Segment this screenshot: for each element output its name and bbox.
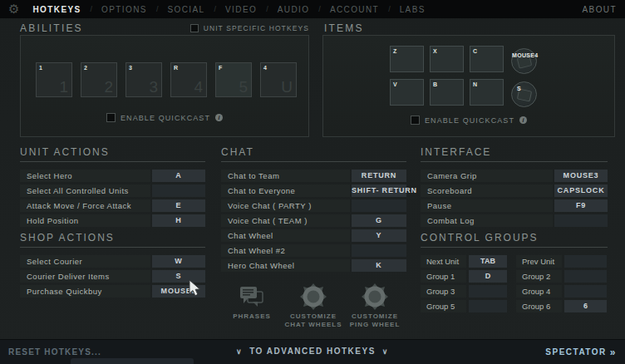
- hotkey-row: Chat Wheel #2: [221, 244, 406, 257]
- keybind-button[interactable]: RETURN: [352, 170, 406, 182]
- keybind-button[interactable]: W: [152, 255, 205, 268]
- item-hotkey: X: [433, 48, 437, 54]
- to-advanced-hotkeys-button[interactable]: ∨ TO ADVANCED HOTKEYS ∨: [236, 347, 389, 356]
- keybind-button[interactable]: [554, 214, 608, 227]
- ability-slot-5[interactable]: F 5: [215, 62, 252, 97]
- unit-specific-hotkeys-label: UNIT SPECIFIC HOTKEYS: [204, 24, 309, 32]
- speech-bubbles-icon: [238, 281, 266, 312]
- item-slot-5[interactable]: B: [430, 79, 464, 106]
- customize-ping-wheel-button[interactable]: CUSTOMIZE PING WHEEL: [344, 281, 406, 329]
- keybind-button[interactable]: CAPSLOCK: [554, 184, 608, 197]
- items-quickcast-option[interactable]: ENABLE QUICKCAST i: [411, 116, 527, 125]
- tp-scroll-slot[interactable]: MOUSE4: [511, 48, 537, 74]
- action-label: Chat Wheel: [221, 229, 350, 242]
- ability-slot-1[interactable]: 1 1: [36, 62, 72, 97]
- keybind-button[interactable]: [469, 300, 507, 312]
- keybind-button[interactable]: [352, 244, 406, 257]
- ability-slot-number: 4: [194, 78, 203, 96]
- action-label: Pause: [421, 199, 553, 212]
- keybind-button[interactable]: SHIFT- RETURN: [352, 184, 406, 197]
- action-label: Hold Position: [20, 214, 150, 227]
- tab-video[interactable]: VIDEO: [225, 5, 257, 14]
- action-label: Prev Unit: [516, 255, 562, 268]
- tab-audio[interactable]: AUDIO: [278, 5, 310, 14]
- keybind-button[interactable]: H: [152, 214, 205, 227]
- tab-hotkeys[interactable]: HOTKEYS: [32, 5, 81, 14]
- item-hotkey: B: [433, 81, 437, 87]
- action-label: Combat Log: [421, 214, 553, 227]
- action-label: Chat to Everyone: [221, 184, 350, 197]
- action-label: Scoreboard: [421, 184, 553, 197]
- ability-slot-2[interactable]: 2 2: [81, 62, 117, 97]
- neutral-item-slot[interactable]: S: [511, 81, 537, 107]
- nav-tabs: HOTKEYS / OPTIONS / SOCIAL / VIDEO / AUD…: [32, 5, 425, 14]
- tab-options[interactable]: OPTIONS: [101, 5, 147, 14]
- unit-specific-hotkeys-option[interactable]: UNIT SPECIFIC HOTKEYS: [190, 24, 309, 32]
- keybind-button[interactable]: A: [152, 170, 205, 182]
- keybind-button[interactable]: [564, 285, 607, 298]
- keybind-button[interactable]: G: [352, 214, 406, 227]
- keybind-button[interactable]: F9: [554, 199, 608, 212]
- keybind-button[interactable]: [352, 199, 406, 212]
- phrases-button[interactable]: PHRASES: [221, 281, 283, 329]
- items-panel: Z X C V B N MOUSE4 S ENABLE QUICKCAST i: [322, 35, 615, 137]
- item-slot-1[interactable]: Z: [390, 46, 424, 72]
- hotkey-row: Chat to Team RETURN: [221, 170, 406, 182]
- item-slots: Z X C V B N: [390, 46, 504, 106]
- keybind-button[interactable]: 6: [564, 300, 607, 312]
- abilities-quickcast-label: ENABLE QUICKCAST: [121, 114, 210, 122]
- control-group-row: Group 1 D Group 2: [421, 270, 608, 283]
- hotkey-row: Select All Controlled Units: [20, 184, 205, 197]
- nav-about[interactable]: ABOUT: [583, 5, 617, 14]
- keybind-button[interactable]: TAB: [469, 255, 507, 268]
- unit-specific-hotkeys-checkbox[interactable]: [190, 24, 199, 32]
- keybind-button[interactable]: [564, 255, 607, 268]
- unit-actions-title: UNIT ACTIONS: [20, 146, 205, 162]
- action-label: Group 1: [421, 270, 466, 283]
- hotkey-row: Hero Chat Wheel K: [221, 259, 406, 272]
- control-group-row: Group 5 Group 6 6: [421, 300, 608, 312]
- item-slot-2[interactable]: X: [430, 46, 464, 72]
- info-icon[interactable]: i: [519, 116, 527, 124]
- tab-account[interactable]: ACCOUNT: [330, 5, 379, 14]
- abilities-quickcast-checkbox[interactable]: [106, 113, 116, 122]
- hotkey-row: Chat Wheel Y: [221, 229, 406, 242]
- keybind-button[interactable]: Y: [352, 229, 406, 242]
- action-label: Select Courier: [20, 255, 150, 268]
- keybind-button[interactable]: K: [352, 259, 406, 272]
- item-slot-6[interactable]: N: [470, 79, 504, 106]
- keybind-button[interactable]: MOUSE3: [554, 170, 608, 182]
- customize-chat-wheels-button[interactable]: CUSTOMIZE CHAT WHEELS: [283, 281, 344, 329]
- tab-separator: /: [156, 5, 159, 13]
- action-label: Voice Chat ( TEAM ): [221, 214, 350, 227]
- item-slot-4[interactable]: V: [390, 79, 424, 106]
- chat-button-label-line1: CUSTOMIZE: [284, 312, 342, 321]
- info-icon[interactable]: i: [215, 114, 223, 121]
- keybind-button[interactable]: [152, 184, 205, 197]
- action-label: Hero Chat Wheel: [221, 259, 350, 272]
- settings-gear-icon[interactable]: ⚙: [8, 0, 19, 18]
- hotkey-row: Scoreboard CAPSLOCK: [421, 184, 608, 197]
- ability-slot-6[interactable]: 4 U: [260, 62, 297, 97]
- items-quickcast-checkbox[interactable]: [411, 116, 420, 125]
- keybind-button[interactable]: E: [152, 199, 205, 212]
- tab-labs[interactable]: LABS: [400, 5, 426, 14]
- shop-actions-title: SHOP ACTIONS: [20, 232, 205, 248]
- keybind-button[interactable]: D: [469, 270, 507, 283]
- hotkey-row: Voice Chat ( TEAM ) G: [221, 214, 406, 227]
- tab-social[interactable]: SOCIAL: [167, 5, 204, 14]
- item-slot-3[interactable]: C: [470, 46, 504, 72]
- keybind-button[interactable]: [564, 270, 607, 283]
- mouse-cursor: [188, 279, 203, 298]
- action-label: Group 3: [421, 285, 466, 298]
- ability-hotkey: 4: [263, 65, 267, 71]
- action-label: Chat Wheel #2: [221, 244, 350, 257]
- ability-slot-3[interactable]: 3 3: [125, 62, 162, 97]
- keybind-button[interactable]: [469, 285, 507, 298]
- ability-slot-4[interactable]: R 4: [170, 62, 207, 97]
- spectator-button[interactable]: SPECTATOR »: [545, 347, 617, 357]
- reset-hotkeys-button[interactable]: RESET HOTKEYS...: [8, 347, 101, 357]
- abilities-quickcast-option[interactable]: ENABLE QUICKCAST i: [106, 113, 223, 122]
- spectator-label: SPECTATOR: [545, 347, 607, 357]
- action-label: Attack Move / Force Attack: [20, 199, 150, 212]
